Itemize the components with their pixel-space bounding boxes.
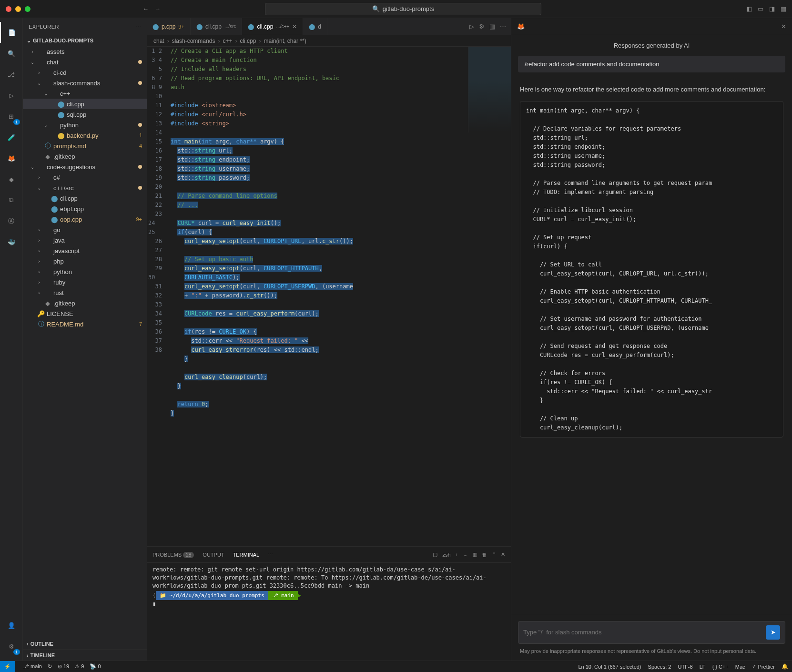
tab-problems[interactable]: PROBLEMS 28 (152, 552, 194, 558)
docker-view-icon[interactable]: 🐳 (0, 232, 23, 253)
file-backend.py[interactable]: ⬤backend.py1 (23, 130, 147, 141)
close-panel-icon[interactable]: ✕ (501, 551, 505, 558)
accounts-icon[interactable]: 👤 (0, 615, 23, 636)
folder-rust[interactable]: ›rust (23, 287, 147, 298)
code-content[interactable]: // Create a CLI app as HTTP client // Cr… (171, 47, 511, 546)
run-debug-view-icon[interactable]: ▷ (0, 85, 23, 106)
editor-tab-cli.cpp[interactable]: ⬤cli.cpp.../src (191, 18, 242, 35)
warning-count[interactable]: ⚠ 9 (75, 663, 84, 670)
nav-back-icon[interactable]: ← (142, 5, 149, 12)
file-cli.cpp[interactable]: ⬤cli.cpp (23, 193, 147, 204)
split-editor-icon[interactable]: ▥ (489, 23, 495, 30)
breadcrumb-segment[interactable]: slash-commands (172, 38, 215, 44)
new-terminal-icon[interactable]: + (456, 552, 458, 558)
error-count[interactable]: ⊘ 19 (58, 663, 69, 670)
breadcrumb-segment[interactable]: main(int, char **) (264, 38, 306, 44)
explorer-view-icon[interactable]: 📄 (0, 22, 23, 43)
file-prompts.md[interactable]: ⓘprompts.md4 (23, 141, 147, 151)
command-center[interactable]: 🔍 gitlab-duo-prompts (265, 3, 541, 15)
language-mode[interactable]: { } C++ (712, 664, 728, 670)
file-.gitkeep[interactable]: ◆.gitkeep (23, 298, 147, 308)
breadcrumb-segment[interactable]: cli.cpp (240, 38, 256, 44)
file-oop.cpp[interactable]: ⬤oop.cpp9+ (23, 214, 147, 224)
project-header[interactable]: ⌄ GITLAB-DUO-PROMPTS (23, 35, 147, 46)
folder-c++[interactable]: ⌄c++ (23, 88, 147, 99)
editor-tab-cli.cpp[interactable]: ⬤cli.cpp.../c++✕ (242, 18, 303, 35)
close-window[interactable] (6, 6, 11, 12)
maximize-panel-icon[interactable]: ⌃ (492, 551, 496, 558)
more-icon[interactable]: ⋯ (500, 23, 506, 30)
remote-indicator[interactable]: ⚡ (0, 661, 15, 672)
layout-customize-icon[interactable]: ▦ (781, 5, 786, 12)
folder-chat[interactable]: ⌄chat (23, 57, 147, 67)
file-ebpf.cpp[interactable]: ⬤ebpf.cpp (23, 204, 147, 214)
folder-python[interactable]: ⌄python (23, 120, 147, 130)
gitlab-duo-icon[interactable]: 🦊 (517, 23, 525, 30)
terminal-dropdown-icon[interactable]: ⌄ (463, 551, 467, 558)
settings-icon[interactable]: ⚙1 (0, 636, 23, 657)
editor-tab-d[interactable]: ⬤d (303, 18, 327, 35)
layout-sidebar-right-icon[interactable]: ◨ (769, 5, 775, 12)
terminal-output[interactable]: remote: remote: git remote set-url origi… (147, 563, 511, 661)
timeline-section[interactable]: › TIMELINE (23, 649, 147, 661)
tab-terminal[interactable]: TERMINAL (233, 552, 260, 558)
layout-sidebar-left-icon[interactable]: ◧ (746, 5, 752, 12)
close-tab-icon[interactable]: ✕ (292, 23, 297, 30)
minimap[interactable] (468, 47, 511, 132)
folder-c#[interactable]: ›c# (23, 172, 147, 183)
prettier-status[interactable]: ✓ Prettier (752, 663, 775, 670)
folder-assets[interactable]: ›assets (23, 46, 147, 57)
remote-view-icon[interactable]: ⧉ (0, 190, 23, 211)
layout-panel-icon[interactable]: ▭ (758, 5, 763, 12)
folder-slash-commands[interactable]: ⌄slash-commands (23, 78, 147, 88)
ai-code-block[interactable]: int main(int argc, char** argv) { // Dec… (520, 101, 783, 438)
eol[interactable]: LF (700, 664, 706, 670)
ai-send-button[interactable]: ➤ (766, 625, 780, 640)
folder-go[interactable]: ›go (23, 224, 147, 235)
folder-java[interactable]: ›java (23, 235, 147, 245)
notifications-icon[interactable]: 🔔 (782, 663, 788, 670)
minimize-window[interactable] (15, 6, 21, 12)
folder-code-suggestions[interactable]: ⌄code-suggestions (23, 162, 147, 172)
settings-small-icon[interactable]: ⚙ (479, 23, 485, 30)
maximize-window[interactable] (25, 6, 30, 12)
git-branch[interactable]: ⎇ main (23, 663, 42, 670)
editor-tab-p.cpp[interactable]: ⬤p.cpp9+ (147, 18, 191, 35)
breadcrumb[interactable]: chat›slash-commands›c++›cli.cpp›main(int… (147, 35, 511, 47)
nav-forward-icon[interactable]: → (154, 5, 161, 12)
scm-view-icon[interactable]: ⎇ (0, 64, 23, 85)
folder-php[interactable]: ›php (23, 256, 147, 266)
os[interactable]: Mac (735, 664, 745, 670)
ansible-view-icon[interactable]: Ⓐ (0, 211, 23, 232)
folder-javascript[interactable]: ›javascript (23, 245, 147, 256)
kill-terminal-icon[interactable]: 🗑 (482, 552, 487, 558)
folder-ruby[interactable]: ›ruby (23, 277, 147, 287)
folder-c++/src[interactable]: ⌄c++/src (23, 183, 147, 193)
ai-input-box[interactable]: ➤ (518, 621, 785, 644)
file-LICENSE[interactable]: 🔑LICENSE (23, 308, 147, 319)
explorer-more-icon[interactable]: ⋯ (136, 23, 142, 30)
gitlab-view-icon[interactable]: 🦊 (0, 148, 23, 169)
encoding[interactable]: UTF-8 (678, 664, 692, 670)
file-README.md[interactable]: ⓘREADME.md7 (23, 319, 147, 329)
file-cli.cpp[interactable]: ⬤cli.cpp (23, 99, 147, 109)
folder-ci-cd[interactable]: ›ci-cd (23, 67, 147, 78)
breadcrumb-segment[interactable]: chat (153, 38, 164, 44)
split-terminal-icon[interactable]: ▥ (472, 551, 477, 558)
file-.gitkeep[interactable]: ◆.gitkeep (23, 151, 147, 162)
ai-input-field[interactable] (523, 629, 766, 636)
code-editor[interactable]: 1 2 3 4 5 6 7 8 9 10 11 12 13 14 15 16 1… (147, 47, 511, 661)
file-sql.cpp[interactable]: ⬤sql.cpp (23, 109, 147, 120)
run-icon[interactable]: ▷ (469, 23, 474, 30)
git-sync[interactable]: ↻ (48, 663, 52, 670)
folder-python[interactable]: ›python (23, 266, 147, 277)
gitlab-duo-view-icon[interactable]: ◆ (0, 169, 23, 190)
search-view-icon[interactable]: 🔍 (0, 43, 23, 64)
outline-section[interactable]: › OUTLINE (23, 638, 147, 649)
ports[interactable]: 📡 0 (90, 663, 101, 670)
testing-view-icon[interactable]: 🧪 (0, 127, 23, 148)
tab-output[interactable]: OUTPUT (203, 552, 224, 558)
terminal-shell-icon[interactable]: ▢ (433, 551, 437, 558)
terminal-shell[interactable]: zsh (442, 552, 450, 558)
indent-setting[interactable]: Spaces: 2 (648, 664, 671, 670)
